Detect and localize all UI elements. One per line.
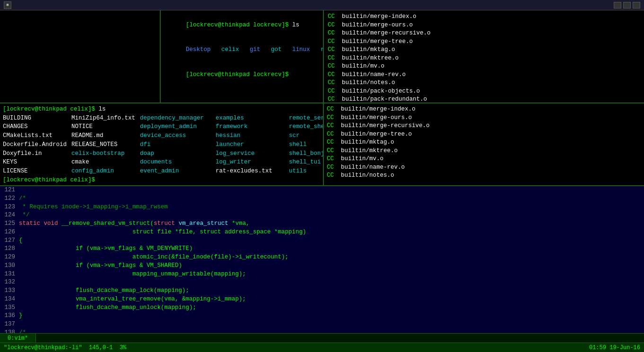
- file-entry: shell_bonjour: [289, 149, 324, 158]
- close-button[interactable]: [633, 2, 640, 9]
- line-number: 131: [0, 270, 19, 279]
- git-line: CC builtin/merge-recursive.o: [328, 29, 640, 38]
- dir-celix: celix: [221, 46, 250, 53]
- git-line: CC builtin/pack-redundant.o: [328, 95, 640, 103]
- file-entry: utils: [289, 167, 324, 176]
- line-number: 133: [0, 287, 19, 295]
- file-entry: CMakeLists.txt: [3, 131, 71, 140]
- git-line: CC builtin/merge-ours.o: [328, 21, 640, 30]
- tab-item[interactable]: 0:vim*: [0, 334, 36, 343]
- file-entry: framework: [216, 122, 289, 131]
- files-prompt: [lockrecv@thinkpad celix]$ ls: [3, 105, 320, 114]
- git-mid-line: CC builtin/mktag.o: [327, 138, 641, 147]
- file-entry: remote_shell: [289, 122, 324, 131]
- git-mid-line: CC builtin/merge-index.o: [327, 105, 641, 114]
- code-line: 127{: [0, 237, 644, 245]
- line-number: 132: [0, 278, 19, 287]
- titlebar: ■: [0, 0, 644, 10]
- top-panels: [lockrecv@thinkpad lockrecv]$ ls Desktop…: [0, 10, 644, 103]
- code-line: 121: [0, 186, 644, 195]
- code-line: 133 flush_dcache_mmap_lock(mapping);: [0, 287, 644, 295]
- statusbar-left: "lockrecv@thinkpad:-li" 145,0-1 3%: [4, 344, 126, 351]
- file-entry: shell_tui: [289, 158, 324, 167]
- file-entry: scr: [289, 131, 324, 140]
- code-line: 124 */: [0, 211, 644, 220]
- code-content: */: [19, 211, 30, 220]
- git-line: CC builtin/pack-objects.o: [328, 87, 640, 96]
- file-entry: [lockrecv@thinkpad celix]$: [3, 176, 71, 185]
- files-grid: BUILDINGMiniZip64_info.txtdependency_man…: [3, 114, 320, 185]
- git-mid-line: CC builtin/merge-ours.o: [327, 114, 641, 122]
- git-mid-line: CC builtin/name-rev.o: [327, 163, 641, 172]
- git-line: CC builtin/mktag.o: [328, 46, 640, 54]
- file-entry: log_service: [216, 149, 289, 158]
- right-terminal-panel[interactable]: CC builtin/merge-index.oCC builtin/merge…: [324, 10, 644, 103]
- line-number: 125: [0, 220, 19, 228]
- terminal-dirs: Desktop celix git got linux redis: [165, 38, 319, 63]
- code-content: static void __remove_shared_vm_struct(st…: [19, 220, 250, 228]
- minimize-button[interactable]: [614, 2, 621, 9]
- file-entry: MiniZip64_info.txt: [71, 114, 140, 123]
- file-entry: BUILDING: [3, 114, 71, 123]
- files-last-prompt: [lockrecv@thinkpad celix]$: [3, 185, 320, 186]
- line-number: 137: [0, 320, 19, 329]
- code-line: 122/*: [0, 195, 644, 203]
- code-line: 136}: [0, 312, 644, 320]
- git-line: CC builtin/notes.o: [328, 79, 640, 87]
- dir-redis: redis: [321, 46, 324, 53]
- code-content: /*: [19, 195, 26, 203]
- git-mid-panel[interactable]: CC builtin/merge-index.oCC builtin/merge…: [324, 103, 644, 185]
- git-mid-line: CC builtin/merge-tree.o: [327, 130, 641, 139]
- cmd-text: ls: [292, 22, 299, 28]
- file-entry: log_writer: [216, 158, 289, 167]
- maximize-button[interactable]: [623, 2, 631, 9]
- code-content: struct file *file, struct address_space …: [19, 228, 306, 237]
- line-number: 121: [0, 186, 19, 195]
- file-entry: documents: [140, 158, 216, 167]
- dir-linux: linux: [292, 46, 321, 53]
- terminal-line: [lockrecv@thinkpad lockrecv]$ ls: [165, 13, 319, 38]
- file-entry: launcher: [216, 140, 289, 149]
- mid-terminal-panel[interactable]: [lockrecv@thinkpad lockrecv]$ ls Desktop…: [161, 10, 324, 103]
- file-entry: dfi: [140, 140, 216, 149]
- editor-panel[interactable]: 121122/*123 * Requires inode->i_mapping-…: [0, 186, 644, 343]
- status-bar: "lockrecv@thinkpad:-li" 145,0-1 3% 01:59…: [0, 343, 644, 352]
- file-entry: event_admin: [140, 167, 216, 176]
- mid-panels: [lockrecv@thinkpad celix]$ lsBUILDINGMin…: [0, 103, 644, 186]
- code-content: mapping_unmap_writable(mapping);: [19, 270, 246, 279]
- file-entry: [216, 176, 289, 185]
- code-content: }: [19, 312, 23, 320]
- code-content: flush_dcache_mmap_unlock(mapping);: [19, 304, 196, 312]
- code-content: vma_interval_tree_remove(vma, &mapping->…: [19, 295, 246, 304]
- code-line: 135 flush_dcache_mmap_unlock(mapping);: [0, 304, 644, 312]
- dir-got: got: [271, 46, 292, 53]
- code-content: flush_dcache_mmap_lock(mapping);: [19, 287, 189, 295]
- code-line: 129 atomic_inc(&file_inode(file)->i_writ…: [0, 253, 644, 262]
- code-content: {: [19, 237, 23, 245]
- file-entry: CHANGES: [3, 122, 71, 131]
- line-number: 134: [0, 295, 19, 304]
- prompt-text: [lockrecv@thinkpad lockrecv]$: [186, 22, 292, 28]
- file-entry: deployment_admin: [140, 122, 216, 131]
- line-number: 135: [0, 304, 19, 312]
- git-line: CC builtin/merge-tree.o: [328, 38, 640, 46]
- dir-desktop: Desktop: [186, 46, 221, 53]
- file-entry: examples: [216, 114, 289, 123]
- window-icon: ■: [4, 1, 11, 9]
- files-panel[interactable]: [lockrecv@thinkpad celix]$ lsBUILDINGMin…: [0, 103, 324, 185]
- code-line: 132: [0, 278, 644, 287]
- code-line: 131 mapping_unmap_writable(mapping);: [0, 270, 644, 279]
- statusbar-percent: 3%: [120, 344, 126, 351]
- git-line: CC builtin/mv.o: [328, 62, 640, 71]
- line-number: 136: [0, 312, 19, 320]
- file-entry: rat-excludes.txt: [216, 167, 289, 176]
- file-entry: Doxyfile.in: [3, 149, 71, 158]
- file-entry: cmake: [71, 158, 140, 167]
- code-content: if (vma->vm_flags & VM_DENYWRITE): [19, 245, 193, 253]
- code-content: if (vma->vm_flags & VM_SHARED): [19, 262, 182, 270]
- file-entry: dependency_manager: [140, 114, 216, 123]
- line-number: 130: [0, 262, 19, 270]
- file-entry: device_access: [140, 131, 216, 140]
- file-entry: README.md: [71, 131, 140, 140]
- file-entry: [289, 176, 324, 185]
